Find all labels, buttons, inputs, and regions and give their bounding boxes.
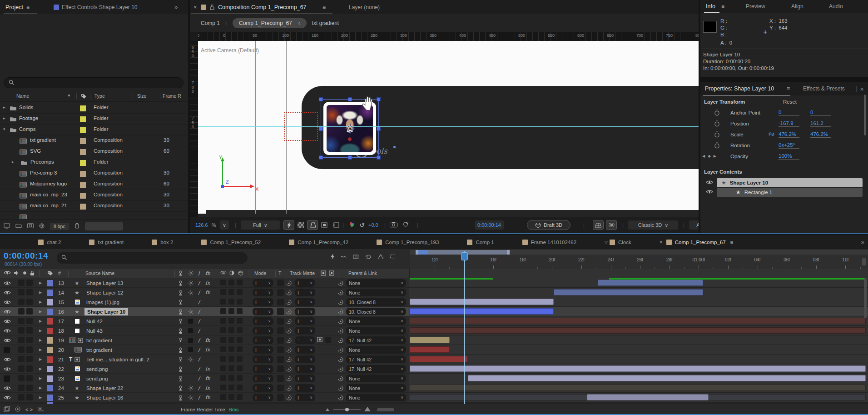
track-matte-dropdown[interactable]: I∨: [295, 355, 315, 363]
project-search-input[interactable]: [4, 77, 184, 88]
expand-arrow-icon[interactable]: ▶: [39, 288, 42, 297]
matte-alpha-icon[interactable]: [321, 270, 326, 277]
fx-switch-icon[interactable]: fx: [205, 270, 210, 276]
label-color-chip[interactable]: [47, 288, 53, 297]
eye-icon[interactable]: [4, 316, 11, 326]
parent-link-dropdown[interactable]: None∨: [346, 279, 406, 287]
label-color-chip[interactable]: [47, 335, 53, 345]
parent-link-dropdown[interactable]: None∨: [346, 327, 406, 335]
label-color-chip[interactable]: [47, 364, 53, 374]
property-value[interactable]: 476.2%: [779, 131, 799, 138]
label-color-chip[interactable]: [47, 307, 53, 316]
label-color-chip[interactable]: [47, 393, 53, 402]
property-value[interactable]: 476.2%: [810, 131, 831, 138]
playhead-handle[interactable]: [461, 252, 468, 260]
reset-link[interactable]: Reset: [783, 99, 797, 105]
work-area-track[interactable]: [410, 250, 868, 255]
label-color-chip[interactable]: [47, 297, 53, 307]
parent-pickwhip-icon[interactable]: [338, 297, 343, 307]
col-name[interactable]: Name: [16, 93, 29, 99]
matte-pickwhip-icon[interactable]: [286, 364, 292, 374]
layer-duration-bar[interactable]: [468, 375, 866, 381]
antialias-switch[interactable]: /: [198, 364, 200, 374]
timeline-tab[interactable]: Frame 1410102462: [522, 235, 576, 249]
layer-duration-bar[interactable]: [554, 289, 703, 295]
parent-pickwhip-icon[interactable]: [338, 307, 343, 316]
tab-overflow-icon[interactable]: »: [174, 4, 178, 10]
layer-source-name[interactable]: txt gradient: [86, 335, 112, 345]
expand-arrow-icon[interactable]: ▾: [3, 127, 5, 131]
project-row[interactable]: ▸PrecompsFolder: [0, 157, 188, 168]
eye-icon[interactable]: [4, 383, 11, 393]
blend-mode-dropdown[interactable]: I∨: [253, 365, 273, 373]
timeline-vertical-scrollbar[interactable]: [864, 278, 867, 318]
project-row[interactable]: Midjourney logoComposition60: [0, 179, 188, 190]
label-color-chip[interactable]: [47, 345, 53, 355]
viewer-area[interactable]: 650700750 Active Camera (Default) Tools: [190, 41, 699, 217]
label-color-chip[interactable]: [80, 193, 86, 199]
timeline-tab[interactable]: Comp 1_Precomp_52: [201, 235, 261, 249]
anchor-point-icon[interactable]: [345, 124, 355, 135]
eye-icon[interactable]: [706, 190, 713, 195]
3d-view-gizmo-icon[interactable]: [606, 220, 617, 230]
channel-icon[interactable]: [348, 221, 356, 229]
property-value[interactable]: 0x+25°: [779, 142, 799, 149]
project-row[interactable]: [0, 212, 188, 219]
antialias-switch[interactable]: /: [198, 355, 200, 364]
blend-mode-dropdown[interactable]: I∨: [253, 375, 273, 382]
solo-column-icon[interactable]: [23, 270, 27, 276]
t-column[interactable]: T: [278, 270, 281, 276]
breadcrumb-current[interactable]: Comp 1_Precomp_67‹: [233, 18, 307, 28]
timeline-tab-label[interactable]: Comp 1_Precomp_42: [298, 240, 348, 245]
selection-handle[interactable]: [348, 155, 352, 160]
timeline-tab-label[interactable]: box 2: [160, 240, 173, 245]
3d-column-icon[interactable]: [238, 270, 243, 277]
col-size[interactable]: Size: [137, 93, 146, 99]
layer-duration-bar[interactable]: [410, 299, 554, 305]
parent-pickwhip-icon[interactable]: [338, 374, 343, 383]
layer-duration-bar[interactable]: [410, 308, 554, 315]
breadcrumb-comp-1[interactable]: Comp 1: [201, 20, 220, 26]
antialias-switch[interactable]: /: [198, 326, 200, 335]
blend-mode-dropdown[interactable]: I∨: [253, 327, 273, 335]
eye-icon[interactable]: [4, 288, 11, 297]
collapse-switch[interactable]: [178, 364, 183, 374]
track-matte-dropdown[interactable]: I∨: [295, 375, 315, 382]
fast-preview-icon[interactable]: [283, 220, 294, 230]
eye-icon[interactable]: [4, 307, 11, 316]
matte-luma-icon[interactable]: [329, 270, 334, 277]
tab-effect-controls[interactable]: Effect Controls Shape Layer 10: [54, 4, 138, 10]
collapse-switch[interactable]: [178, 335, 183, 345]
collapse-switch[interactable]: [178, 278, 183, 288]
expand-arrow-icon[interactable]: ▶: [39, 297, 42, 307]
region-of-interest-icon[interactable]: [307, 220, 318, 230]
matte-pickwhip-icon[interactable]: [286, 335, 292, 345]
snapshot-camera-icon[interactable]: [390, 222, 397, 229]
collapse-switch[interactable]: [178, 393, 183, 402]
eye-icon[interactable]: [4, 326, 11, 335]
track-matte-dropdown[interactable]: I∨: [295, 289, 315, 296]
quality-switch[interactable]: [188, 316, 193, 326]
label-color-chip[interactable]: [80, 116, 86, 122]
render-multiple-frames-icon[interactable]: [4, 406, 10, 413]
blend-mode-dropdown[interactable]: I∨: [253, 317, 273, 325]
bit-depth-button[interactable]: 8 bpc: [50, 223, 69, 230]
sort-desc-icon[interactable]: ▼: [67, 94, 71, 98]
tab-overflow-icon[interactable]: »: [860, 85, 863, 92]
antialias-switch[interactable]: /: [198, 335, 200, 345]
collapse-switch[interactable]: [178, 374, 183, 383]
expand-arrow-icon[interactable]: ▶: [39, 316, 42, 326]
parent-pickwhip-icon[interactable]: [338, 278, 343, 288]
label-color-chip[interactable]: [80, 127, 86, 133]
stopwatch-icon[interactable]: [714, 110, 720, 117]
layer-contents-name[interactable]: Rectangle 1: [744, 190, 772, 195]
expand-arrow-icon[interactable]: ▶: [39, 326, 42, 335]
selection-handle[interactable]: [319, 155, 323, 160]
label-color-chip[interactable]: [80, 204, 86, 210]
panel-menu-icon[interactable]: ≡: [730, 240, 734, 245]
layer-source-name[interactable]: Shape Layer 10: [84, 308, 128, 315]
antialias-switch[interactable]: /: [198, 374, 200, 383]
project-item-name[interactable]: Comps: [19, 126, 35, 132]
timeline-tab-label[interactable]: Comp 1_Precomp_67: [675, 240, 726, 245]
label-color-chip[interactable]: [47, 326, 53, 335]
